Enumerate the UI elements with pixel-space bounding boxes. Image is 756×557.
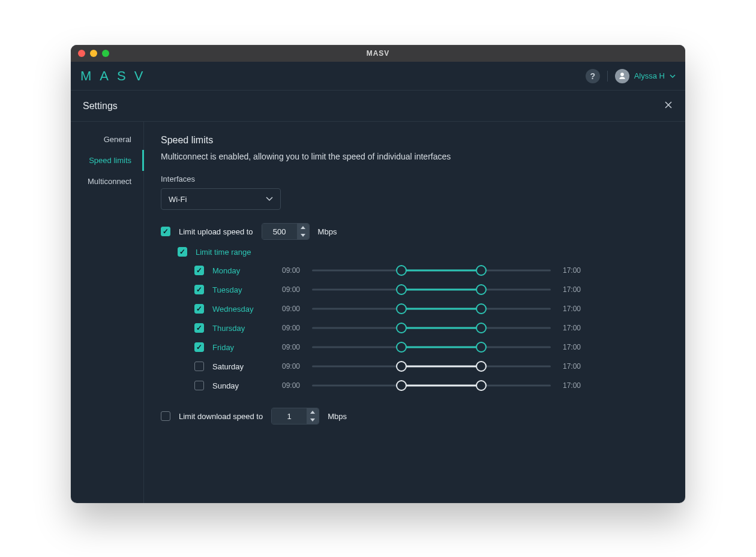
- day-label: Monday: [212, 266, 270, 275]
- download-stepper-buttons: [307, 408, 319, 424]
- day-row-saturday: Saturday09:0017:00: [194, 361, 668, 372]
- slider-handle-start[interactable]: [396, 284, 407, 295]
- titlebar: MASV: [71, 45, 685, 62]
- day-start-time: 09:00: [278, 305, 304, 313]
- day-row-tuesday: Tuesday09:0017:00: [194, 284, 668, 295]
- close-icon[interactable]: [664, 100, 673, 112]
- day-row-friday: Friday09:0017:00: [194, 342, 668, 353]
- day-label: Saturday: [212, 362, 270, 371]
- section-heading: Speed limits: [161, 135, 668, 146]
- sidebar-item-general[interactable]: General: [71, 129, 144, 150]
- user-menu[interactable]: Alyssa H: [615, 69, 676, 83]
- sidebar-item-speed-limits[interactable]: Speed limits: [71, 150, 144, 171]
- sub-header: Settings: [71, 91, 685, 122]
- time-range-slider[interactable]: [312, 380, 551, 391]
- slider-handle-start[interactable]: [396, 380, 407, 391]
- download-limit-input[interactable]: [272, 408, 307, 424]
- download-limit-stepper[interactable]: [271, 408, 319, 424]
- day-checkbox-monday[interactable]: [194, 266, 204, 275]
- time-range-slider[interactable]: [312, 284, 551, 295]
- slider-handle-end[interactable]: [476, 342, 487, 353]
- slider-handle-end[interactable]: [476, 284, 487, 295]
- stepper-up-button[interactable]: [297, 224, 309, 231]
- day-label: Thursday: [212, 324, 270, 333]
- help-icon[interactable]: ?: [586, 69, 600, 83]
- interface-select[interactable]: Wi-Fi: [161, 188, 281, 210]
- interface-selected-value: Wi-Fi: [169, 195, 187, 204]
- stepper-down-button[interactable]: [307, 416, 319, 424]
- day-end-time: 17:00: [559, 266, 584, 275]
- upload-limit-stepper[interactable]: [262, 223, 310, 240]
- download-limit-checkbox[interactable]: [161, 411, 170, 421]
- day-start-time: 09:00: [278, 343, 304, 351]
- day-label: Friday: [212, 343, 270, 352]
- upload-limit-input[interactable]: [262, 224, 297, 239]
- download-limit-label: Limit download speed to: [179, 412, 263, 421]
- slider-handle-end[interactable]: [476, 361, 487, 372]
- upload-limit-checkbox[interactable]: [161, 227, 170, 236]
- days-container: Monday09:0017:00Tuesday09:0017:00Wednesd…: [161, 265, 668, 391]
- content-panel: Speed limits Multiconnect is enabled, al…: [144, 122, 685, 503]
- stepper-down-button[interactable]: [297, 231, 309, 239]
- day-checkbox-sunday[interactable]: [194, 381, 204, 390]
- stepper-up-button[interactable]: [307, 408, 319, 416]
- day-start-time: 09:00: [278, 381, 304, 390]
- slider-handle-end[interactable]: [476, 265, 487, 276]
- slider-handle-end[interactable]: [476, 323, 487, 333]
- slider-handle-start[interactable]: [396, 361, 407, 372]
- window-title: MASV: [71, 49, 685, 58]
- brand-logo: MASV: [80, 68, 151, 84]
- day-start-time: 09:00: [278, 362, 304, 371]
- day-checkbox-thursday[interactable]: [194, 323, 204, 333]
- time-range-label: Limit time range: [196, 248, 251, 257]
- download-limit-row: Limit download speed to Mbps: [161, 408, 668, 424]
- app-bar: MASV ? Alyssa H: [71, 62, 685, 91]
- slider-handle-start[interactable]: [396, 303, 407, 314]
- day-row-sunday: Sunday09:0017:00: [194, 380, 668, 391]
- day-start-time: 09:00: [278, 324, 304, 332]
- upload-limit-label: Limit upload speed to: [179, 227, 253, 236]
- chevron-down-icon: [266, 197, 273, 201]
- time-range-row: Limit time range: [161, 247, 668, 257]
- day-checkbox-friday[interactable]: [194, 342, 204, 352]
- day-end-time: 17:00: [559, 381, 584, 390]
- day-checkbox-wednesday[interactable]: [194, 304, 204, 314]
- upload-limit-unit: Mbps: [318, 227, 337, 236]
- slider-handle-start[interactable]: [396, 323, 407, 333]
- interfaces-label: Interfaces: [161, 174, 668, 183]
- day-end-time: 17:00: [559, 305, 584, 313]
- time-range-slider[interactable]: [312, 323, 551, 333]
- day-end-time: 17:00: [559, 324, 584, 332]
- time-range-checkbox[interactable]: [178, 247, 187, 257]
- download-limit-unit: Mbps: [328, 412, 347, 421]
- slider-handle-start[interactable]: [396, 342, 407, 353]
- upload-stepper-buttons: [297, 224, 309, 239]
- day-label: Sunday: [212, 381, 270, 390]
- time-range-slider[interactable]: [312, 303, 551, 314]
- time-range-slider[interactable]: [312, 265, 551, 276]
- day-checkbox-saturday[interactable]: [194, 362, 204, 371]
- upload-limit-row: Limit upload speed to Mbps: [161, 223, 668, 240]
- separator: [607, 71, 608, 82]
- time-range-slider[interactable]: [312, 361, 551, 372]
- day-start-time: 09:00: [278, 285, 304, 294]
- slider-handle-end[interactable]: [476, 303, 487, 314]
- day-end-time: 17:00: [559, 343, 584, 351]
- settings-sidebar: GeneralSpeed limitsMulticonnect: [71, 122, 144, 503]
- user-name: Alyssa H: [634, 71, 665, 80]
- slider-handle-end[interactable]: [476, 380, 487, 391]
- day-row-wednesday: Wednesday09:0017:00: [194, 303, 668, 314]
- day-end-time: 17:00: [559, 285, 584, 294]
- day-label: Wednesday: [212, 305, 270, 314]
- day-checkbox-tuesday[interactable]: [194, 285, 204, 294]
- section-description: Multiconnect is enabled, allowing you to…: [161, 152, 668, 161]
- app-window: MASV MASV ? Alyssa H Settings GeneralSpe…: [71, 45, 685, 503]
- slider-handle-start[interactable]: [396, 265, 407, 276]
- day-start-time: 09:00: [278, 266, 304, 275]
- sidebar-item-multiconnect[interactable]: Multiconnect: [71, 171, 144, 192]
- day-row-monday: Monday09:0017:00: [194, 265, 668, 276]
- time-range-slider[interactable]: [312, 342, 551, 353]
- chevron-down-icon: [670, 73, 676, 79]
- avatar-icon: [615, 69, 629, 83]
- day-row-thursday: Thursday09:0017:00: [194, 323, 668, 333]
